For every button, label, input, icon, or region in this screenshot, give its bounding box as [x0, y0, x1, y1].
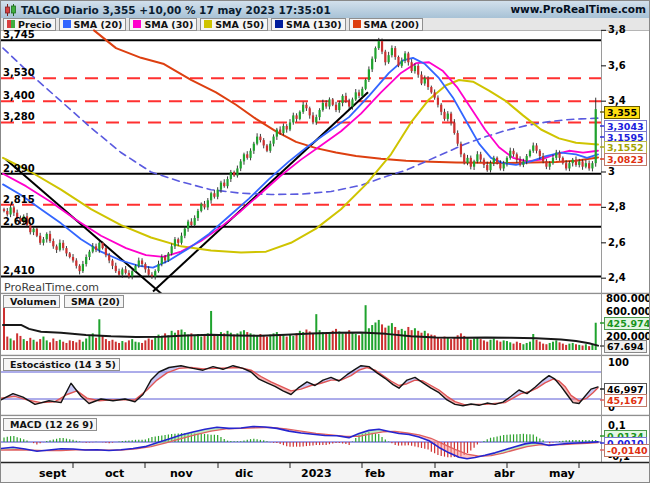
month-label: oct	[105, 467, 124, 480]
price-level-label: 2,410	[3, 265, 35, 276]
price-level-label: 2,990	[3, 163, 35, 174]
volume-legend-chip-volumen[interactable]: Volumen	[3, 295, 60, 308]
month-label: may	[549, 467, 575, 480]
price-value-box: 3,0823	[604, 153, 647, 166]
macd-value-box: -0,0140	[604, 444, 650, 457]
proreal-time-window: TALGO Diario 3,355 +10,00 % 17 may 2023 …	[0, 0, 650, 483]
month-label: mar	[429, 467, 453, 480]
volume-tick-label: 600.000	[606, 306, 650, 317]
month-label: feb	[365, 467, 385, 480]
price-tick-label: 3,6	[608, 60, 626, 71]
price-level-label: 2,690	[3, 216, 35, 227]
price-tick-label: 2,6	[608, 237, 626, 248]
price-tick-label: 2,8	[608, 201, 626, 212]
price-level-label: 3,400	[3, 90, 35, 101]
price-level-label: 3,280	[3, 111, 35, 122]
month-label: dic	[235, 467, 253, 480]
month-label: sept	[39, 467, 66, 480]
stoch-tick-label: 100	[608, 357, 629, 368]
month-label: 2023	[301, 467, 332, 480]
volume-tick-label: 800.000	[606, 293, 650, 304]
price-tick-label: 2,4	[608, 272, 626, 283]
price-level-label: 3,745	[3, 29, 35, 40]
macd-legend-chip-macd-12-26-9-[interactable]: MACD (12 26 9)	[3, 418, 97, 431]
legend-label: Volumen	[10, 296, 56, 307]
legend-label: SMA (20)	[71, 296, 120, 307]
legend-label: Estocástico (14 3 5)	[10, 359, 116, 370]
price-tick-label: 3,8	[608, 24, 626, 35]
price-level-label: 3,530	[3, 67, 35, 78]
stoch-value-box: 45,167	[604, 394, 647, 407]
volume-value-box: 425.974	[604, 317, 650, 330]
prorealtime-watermark: ProRealTime.com	[4, 281, 99, 294]
volume-legend-chip-sma-20-[interactable]: SMA (20)	[64, 295, 124, 308]
price-tick-label: 3,4	[608, 95, 626, 106]
legend-label: MACD (12 26 9)	[10, 419, 93, 430]
month-label: nov	[170, 467, 193, 480]
price-tick-label: 3	[608, 166, 615, 177]
price-value-box: 3,355	[604, 106, 640, 119]
chart-canvas[interactable]	[1, 1, 650, 483]
month-label: abr	[494, 467, 515, 480]
price-level-label: 2,815	[3, 194, 35, 205]
volume-value-box: 67.694	[604, 340, 647, 353]
stoch-legend-chip-estoc-stico-14-3-5-[interactable]: Estocástico (14 3 5)	[3, 358, 120, 371]
